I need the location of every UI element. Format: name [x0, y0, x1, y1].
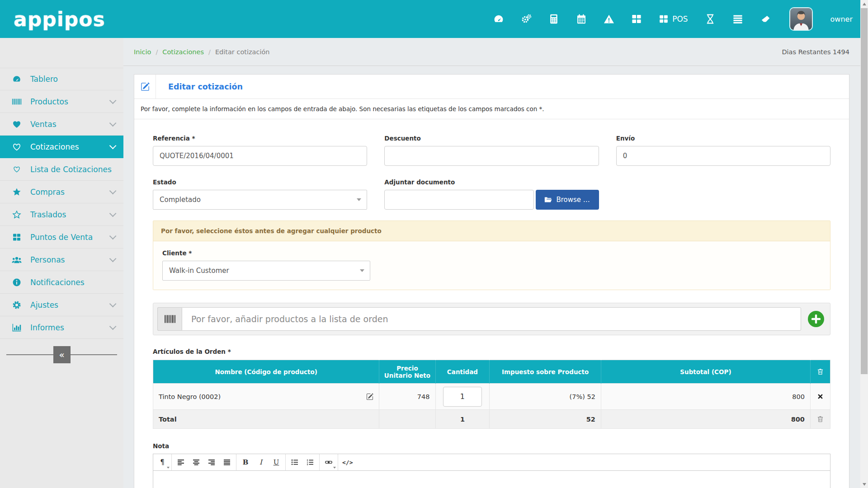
note-editor-content[interactable]: [153, 471, 830, 488]
empty-cell: [616, 178, 830, 210]
sidebar-item-ventas[interactable]: Ventas: [0, 113, 123, 136]
numbered-list-icon: [307, 459, 314, 465]
breadcrumb: Inicio / Cotizaciones / Editar cotizació…: [134, 48, 270, 56]
sidebar-item-productos[interactable]: Productos: [0, 90, 123, 113]
breadcrumb-cotizaciones[interactable]: Cotizaciones: [162, 48, 204, 56]
edit-item-icon[interactable]: [366, 393, 373, 400]
eraser-icon[interactable]: [760, 14, 771, 24]
bar-chart-icon: [10, 323, 24, 332]
paragraph-format-button[interactable]: ¶: [155, 454, 170, 470]
align-right-button[interactable]: [204, 454, 219, 470]
bullet-list-button[interactable]: [287, 454, 302, 470]
sidebar-item-personas[interactable]: Personas: [0, 249, 123, 271]
toolbar-group-link: [320, 454, 338, 470]
apps-grid-icon[interactable]: [631, 14, 642, 24]
sidebar-item-lista-de-cotizaciones[interactable]: Lista de Cotizaciones: [0, 158, 123, 181]
clear-items-button[interactable]: [810, 360, 830, 384]
add-product-bar: [153, 303, 830, 335]
cliente-section: Cliente * Walk-in Customer: [153, 241, 830, 290]
sidebar-item-traslados[interactable]: Traslados: [0, 203, 123, 226]
numbered-list-button[interactable]: [302, 454, 318, 470]
cliente-label: Cliente *: [162, 249, 821, 257]
estado-select[interactable]: Completado: [153, 190, 367, 210]
envio-label: Envío: [616, 135, 830, 142]
sidebar-item-puntos-de-venta[interactable]: Puntos de Venta: [0, 226, 123, 249]
warning-icon[interactable]: [604, 14, 614, 24]
align-left-button[interactable]: [173, 454, 189, 470]
code-view-button[interactable]: </>: [340, 454, 355, 470]
item-qty-cell: [435, 384, 490, 410]
referencia-input[interactable]: [153, 146, 367, 166]
cliente-select[interactable]: Walk-in Customer: [162, 261, 370, 281]
sidebar-item-compras[interactable]: Compras: [0, 181, 123, 203]
sidebar-item-label: Traslados: [30, 210, 109, 219]
product-search-input[interactable]: [182, 307, 801, 331]
item-qty-input[interactable]: [443, 387, 482, 407]
align-justify-button[interactable]: [219, 454, 235, 470]
sidebar-item-label: Puntos de Venta: [30, 233, 109, 242]
edit-quote-panel: Editar cotización Por favor, complete la…: [134, 74, 849, 488]
hourglass-icon[interactable]: [705, 14, 716, 24]
col-name: Nombre (Código de producto): [153, 360, 379, 384]
file-path-input[interactable]: [384, 190, 533, 210]
barcode-icon: [10, 97, 24, 106]
app-logo[interactable]: appipos: [14, 8, 105, 31]
table-header-row: Nombre (Código de producto) Precio Unita…: [153, 360, 830, 384]
user-menu[interactable]: owner: [830, 15, 853, 23]
sidebar-item-label: Cotizaciones: [30, 142, 109, 151]
plus-circle-icon: [807, 310, 825, 328]
sidebar-item-tablero[interactable]: Tablero: [0, 68, 123, 90]
item-subtotal: 800: [601, 384, 810, 410]
estado-label: Estado: [153, 178, 367, 186]
note-editor: ¶ B I U: [153, 454, 830, 488]
scrollbar-up-arrow[interactable]: [860, 0, 868, 8]
user-avatar[interactable]: [790, 8, 812, 30]
sidebar-item-cotizaciones[interactable]: Cotizaciones: [0, 136, 123, 158]
calendar-icon[interactable]: [576, 14, 587, 24]
scrollbar-thumb[interactable]: [861, 8, 868, 374]
form-instructions: Por favor, complete la información en lo…: [134, 99, 849, 119]
add-product-button[interactable]: [807, 310, 825, 328]
cliente-selected-value: Walk-in Customer: [169, 267, 229, 275]
breadcrumb-bar: Inicio / Cotizaciones / Editar cotizació…: [123, 38, 860, 66]
calculator-icon[interactable]: [548, 14, 559, 24]
clear-all-button[interactable]: [810, 410, 830, 429]
scrollbar-down-arrow[interactable]: [860, 480, 868, 488]
breadcrumb-current: Editar cotización: [215, 48, 270, 56]
insert-link-button[interactable]: [321, 454, 336, 470]
cogs-icon[interactable]: [521, 14, 532, 24]
sidebar-item-label: Ventas: [30, 120, 109, 129]
toolbar-group-align: [172, 454, 236, 470]
chevron-down-icon: [109, 255, 117, 263]
sidebar-item-label: Informes: [30, 323, 109, 332]
total-label: Total: [153, 410, 379, 429]
sidebar-item-notificaciones[interactable]: Notificaciones: [0, 271, 123, 294]
sidebar-item-informes[interactable]: Informes: [0, 316, 123, 339]
bold-button[interactable]: B: [238, 454, 253, 470]
align-center-button[interactable]: [189, 454, 204, 470]
sidebar-item-ajustes[interactable]: Ajustes: [0, 294, 123, 316]
total-tax: 52: [490, 410, 601, 429]
underline-button[interactable]: U: [269, 454, 284, 470]
caret-down-icon: [333, 467, 336, 469]
col-subtotal: Subtotal (COP): [601, 360, 810, 384]
toolbar-group-style: B I U: [236, 454, 286, 470]
italic-button[interactable]: I: [253, 454, 269, 470]
dashboard-icon[interactable]: [493, 14, 504, 24]
chevron-down-icon: [109, 120, 117, 127]
sidebar-collapse-button[interactable]: «: [53, 346, 71, 363]
star-icon: [10, 188, 24, 197]
pos-label: POS: [672, 14, 688, 23]
descuento-label: Descuento: [384, 135, 599, 142]
sidebar-item-label: Lista de Cotizaciones: [30, 165, 114, 174]
remove-item-button[interactable]: [816, 392, 825, 401]
align-center-icon: [193, 459, 200, 465]
chevron-down-icon: [109, 210, 117, 217]
envio-input[interactable]: [616, 146, 830, 166]
caret-down-icon: [357, 198, 361, 201]
list-icon[interactable]: [732, 14, 743, 24]
descuento-input[interactable]: [384, 146, 599, 166]
browse-button[interactable]: Browse …: [536, 190, 599, 210]
breadcrumb-home[interactable]: Inicio: [134, 48, 151, 56]
pos-button[interactable]: POS: [659, 14, 688, 24]
